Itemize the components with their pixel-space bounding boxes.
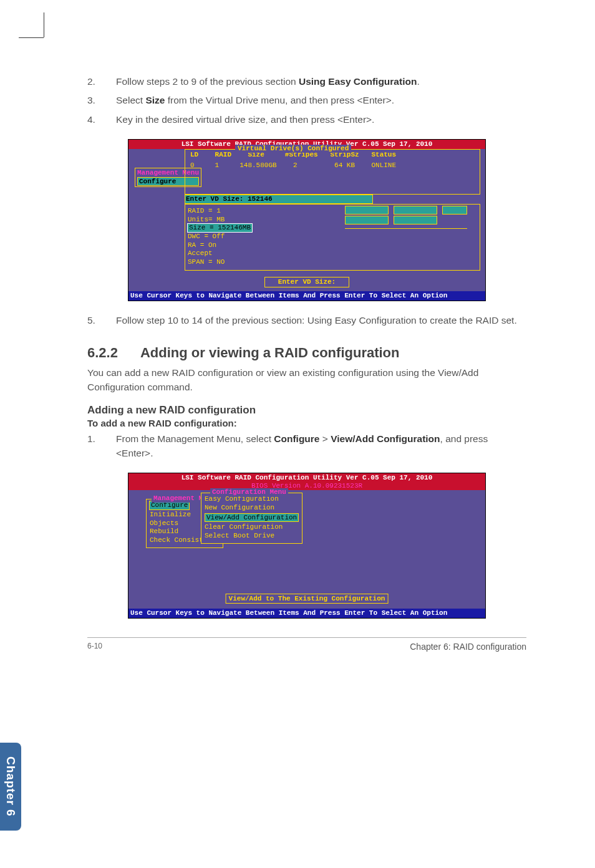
step-text: Select Size from the Virtual Drive menu,… [116,94,526,107]
configuration-menu: Configuration Menu Easy Configuration Ne… [201,493,302,543]
vd-options-pane: RAID = 1 Units= MB Size = 152146MB DWC =… [185,204,480,271]
bios-screenshot-1: LSI Software RAID Configuration Utility … [128,139,486,301]
steps-bottom: 1. From the Management Menu, select Conf… [87,432,526,460]
step-num: 4. [87,113,116,127]
step-5: 5. Follow step 10 to 14 of the previous … [87,314,526,327]
bios-screenshot-2: LSI Software RAID Configuration Utility … [128,473,486,619]
section-heading: 6.2.2Adding or viewing a RAID configurat… [87,345,526,361]
step-text: From the Management Menu, select Configu… [116,432,526,460]
bios-footer-2: Use Cursor Keys to Navigate Between Item… [128,609,485,618]
opt-span: SPAN = NO [188,258,477,266]
step-4: 4. Key in the desired virtual drive size… [87,113,526,127]
footer-chapter: Chapter 6: RAID configuration [410,642,526,652]
mm-item-configure: Configure [150,501,189,509]
enter-vd-size-bar: Enter VD Size: 152146 [185,195,373,204]
step-num: 1. [87,432,116,460]
opt-ra: RA = On [188,241,477,249]
step-num: 2. [87,75,116,89]
cfg-item-boot: Select Boot Drive [205,532,299,540]
section-title: Adding or viewing a RAID configuration [140,345,400,360]
help-box-2: View/Add to The Existing Configuration [226,594,389,604]
step-num: 5. [87,314,116,327]
cfg-item-viewadd: View/Add Configuration [205,513,299,523]
cfg-item-clear: Clear Configuration [205,523,299,531]
cfg-item-new: New Configuration [205,504,299,512]
preview-swatches [345,206,467,234]
configuration-menu-title: Configuration Menu [210,488,288,496]
vd-configured-box: Virtual Drive(s) Configured LD RAID Size… [185,149,480,195]
vd-configured-title: Virtual Drive(s) Configured [235,145,351,153]
bios-title-2: LSI Software RAID Configuration Utility … [128,473,485,490]
section-intro: You can add a new RAID configuration or … [87,366,526,394]
cfg-item-easy: Easy Configuration [205,495,299,503]
vd-row: 0 1 148.580GB 2 64 KB ONLINE [185,162,480,170]
step-2: 2. Follow steps 2 to 9 of the previous s… [87,75,526,89]
steps-top: 2. Follow steps 2 to 9 of the previous s… [87,75,526,127]
step-num: 3. [87,94,116,107]
step-1b: 1. From the Management Menu, select Conf… [87,432,526,460]
steps-mid: 5. Follow step 10 to 14 of the previous … [87,314,526,327]
page-number: 6-10 [87,642,102,652]
help-box: Enter VD Size: [264,277,349,287]
section-number: 6.2.2 [87,345,118,360]
step-text: Follow step 10 to 14 of the previous sec… [116,314,526,327]
subsection-bold: To add a new RAID configuration: [87,418,526,428]
bios-footer: Use Cursor Keys to Navigate Between Item… [128,291,485,301]
subsection-heading: Adding a new RAID configuration [87,404,526,417]
page-footer: 6-10 Chapter 6: RAID configuration [87,637,526,652]
step-3: 3. Select Size from the Virtual Drive me… [87,94,526,107]
step-text: Key in the desired virtual drive size, a… [116,113,526,127]
step-text: Follow steps 2 to 9 of the previous sect… [116,75,526,89]
opt-accept: Accept [188,249,477,258]
